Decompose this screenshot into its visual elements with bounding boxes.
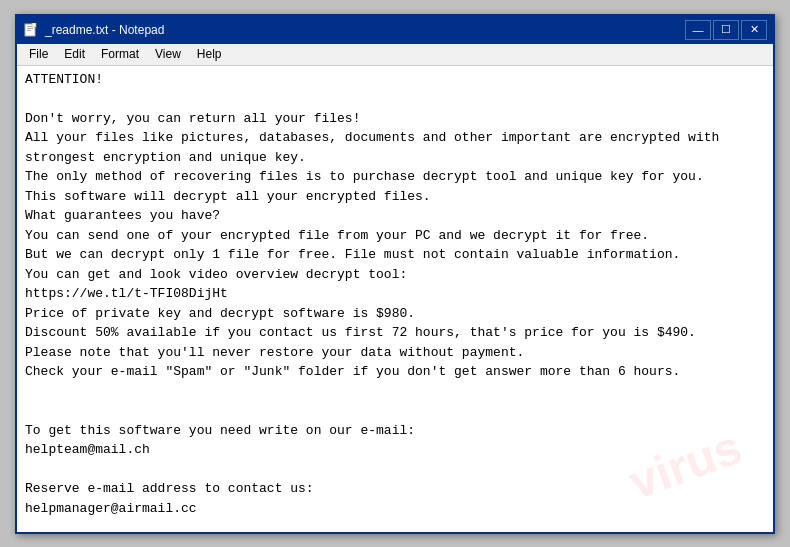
menu-edit[interactable]: Edit [56,45,93,63]
close-button[interactable]: ✕ [741,20,767,40]
menu-bar: File Edit Format View Help [17,44,773,66]
menu-help[interactable]: Help [189,45,230,63]
window-controls: — ☐ ✕ [685,20,767,40]
notepad-icon [23,22,39,38]
title-bar-left: _readme.txt - Notepad [23,22,164,38]
menu-view[interactable]: View [147,45,189,63]
notepad-window: _readme.txt - Notepad — ☐ ✕ File Edit Fo… [15,14,775,534]
menu-format[interactable]: Format [93,45,147,63]
maximize-button[interactable]: ☐ [713,20,739,40]
svg-rect-2 [27,28,33,29]
svg-rect-3 [27,30,31,31]
window-title: _readme.txt - Notepad [45,23,164,37]
minimize-button[interactable]: — [685,20,711,40]
menu-file[interactable]: File [21,45,56,63]
svg-rect-4 [32,23,36,27]
notepad-content: ATTENTION! Don't worry, you can return a… [25,70,765,532]
title-bar: _readme.txt - Notepad — ☐ ✕ [17,16,773,44]
text-content-area[interactable]: ATTENTION! Don't worry, you can return a… [17,66,773,532]
